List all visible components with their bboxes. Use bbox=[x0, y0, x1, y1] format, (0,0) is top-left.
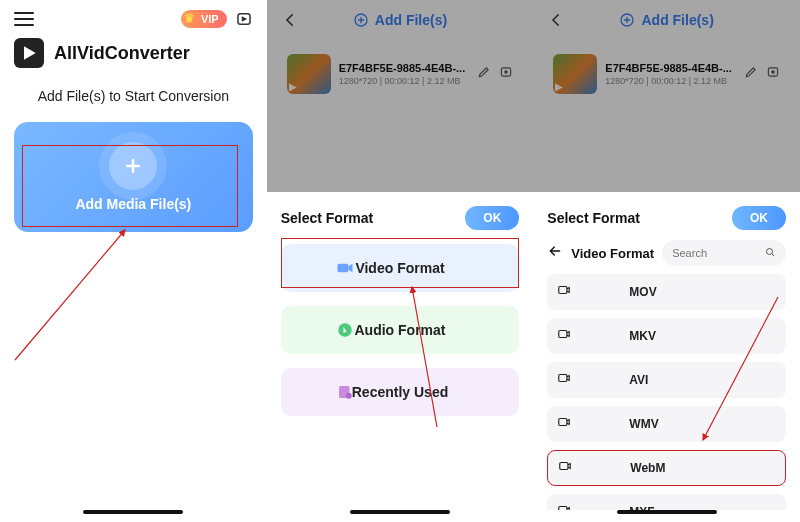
recently-used-option[interactable]: Recently Used bbox=[281, 368, 520, 416]
file-thumbnail: ▶ bbox=[287, 54, 331, 94]
sheet-header: Select Format OK bbox=[281, 206, 520, 230]
sheet-header: Select Format OK bbox=[547, 206, 786, 230]
file-meta: 1280*720 | 00:00:12 | 2.12 MB bbox=[605, 76, 736, 86]
format-row-webm[interactable]: WebM bbox=[547, 450, 786, 486]
svg-point-4 bbox=[505, 71, 507, 73]
backdrop-content: Add File(s) ▶ E7F4BF5E-9885-4E4B-... 128… bbox=[267, 0, 534, 100]
search-field[interactable] bbox=[662, 240, 786, 266]
top-bar: Add File(s) bbox=[267, 0, 534, 40]
menu-button[interactable] bbox=[14, 12, 34, 26]
queue-icon[interactable] bbox=[235, 10, 253, 28]
video-format-heading: Video Format bbox=[571, 246, 654, 261]
file-name: E7F4BF5E-9885-4E4B-... bbox=[605, 62, 736, 74]
backdrop-content: Add File(s) ▶ E7F4BF5E-9885-4E4B-... 128… bbox=[533, 0, 800, 100]
audio-icon bbox=[335, 320, 355, 340]
vip-badge[interactable]: ♛ VIP bbox=[181, 10, 227, 28]
plus-icon bbox=[109, 142, 157, 190]
video-icon bbox=[335, 258, 355, 278]
format-sheet: Select Format OK Video Format MOV MKV AV… bbox=[533, 192, 800, 522]
add-media-card[interactable]: Add Media File(s) bbox=[14, 122, 253, 232]
svg-rect-14 bbox=[559, 287, 567, 294]
file-card[interactable]: ▶ E7F4BF5E-9885-4E4B-... 1280*720 | 00:0… bbox=[281, 48, 520, 100]
svg-rect-16 bbox=[559, 375, 567, 382]
search-input[interactable] bbox=[672, 247, 760, 259]
file-thumbnail: ▶ bbox=[553, 54, 597, 94]
brand-name: AllVidConverter bbox=[54, 43, 190, 64]
format-row-mkv[interactable]: MKV bbox=[547, 318, 786, 354]
sheet-title: Select Format bbox=[281, 210, 374, 226]
format-name: AVI bbox=[629, 373, 648, 387]
ok-button[interactable]: OK bbox=[732, 206, 786, 230]
back-button[interactable] bbox=[547, 11, 565, 33]
plus-circle-icon bbox=[619, 12, 635, 28]
file-meta: 1280*720 | 00:00:12 | 2.12 MB bbox=[339, 76, 470, 86]
format-sheet: Select Format OK Video Format Audio Form… bbox=[267, 192, 534, 522]
file-info: E7F4BF5E-9885-4E4B-... 1280*720 | 00:00:… bbox=[339, 62, 470, 86]
svg-rect-17 bbox=[559, 419, 567, 426]
format-name: WMV bbox=[629, 417, 658, 431]
settings-icon[interactable] bbox=[499, 65, 513, 83]
recently-used-label: Recently Used bbox=[352, 384, 448, 400]
page-subtitle: Add File(s) to Start Conversion bbox=[0, 78, 267, 122]
format-row-avi[interactable]: AVI bbox=[547, 362, 786, 398]
svg-point-13 bbox=[766, 249, 772, 255]
video-file-icon bbox=[557, 371, 573, 389]
format-name: MOV bbox=[629, 285, 656, 299]
video-file-icon bbox=[557, 503, 573, 510]
app-logo bbox=[14, 38, 44, 68]
edit-icon[interactable] bbox=[744, 65, 758, 83]
format-name: WebM bbox=[630, 461, 665, 475]
format-list[interactable]: MOV MKV AVI WMV WebM MXF bbox=[547, 274, 786, 510]
search-icon bbox=[764, 246, 776, 260]
add-media-label: Add Media File(s) bbox=[75, 196, 191, 212]
home-indicator bbox=[83, 510, 183, 514]
format-row-mov[interactable]: MOV bbox=[547, 274, 786, 310]
home-indicator bbox=[350, 510, 450, 514]
audio-format-label: Audio Format bbox=[354, 322, 445, 338]
ok-button[interactable]: OK bbox=[465, 206, 519, 230]
svg-point-12 bbox=[772, 71, 774, 73]
settings-icon[interactable] bbox=[766, 65, 780, 83]
annotation-arrow bbox=[10, 225, 160, 365]
play-icon: ▶ bbox=[289, 81, 297, 92]
svg-point-9 bbox=[345, 393, 351, 399]
home-indicator bbox=[617, 510, 717, 514]
crown-icon: ♛ bbox=[184, 11, 195, 25]
svg-line-1 bbox=[15, 230, 125, 360]
file-info: E7F4BF5E-9885-4E4B-... 1280*720 | 00:00:… bbox=[605, 62, 736, 86]
video-format-label: Video Format bbox=[355, 260, 444, 276]
file-name: E7F4BF5E-9885-4E4B-... bbox=[339, 62, 470, 74]
file-actions bbox=[477, 65, 513, 83]
add-files-label: Add File(s) bbox=[375, 12, 447, 28]
video-file-icon bbox=[557, 283, 573, 301]
format-row-mxf[interactable]: MXF bbox=[547, 494, 786, 510]
audio-format-option[interactable]: Audio Format bbox=[281, 306, 520, 354]
top-bar: ♛ VIP bbox=[0, 0, 267, 34]
sheet-subheader: Video Format bbox=[547, 240, 786, 266]
file-actions bbox=[744, 65, 780, 83]
brand-row: AllVidConverter bbox=[0, 34, 267, 78]
vip-label: VIP bbox=[201, 13, 219, 25]
edit-icon[interactable] bbox=[477, 65, 491, 83]
svg-rect-19 bbox=[559, 507, 567, 511]
back-button[interactable] bbox=[281, 11, 299, 33]
play-icon: ▶ bbox=[555, 81, 563, 92]
top-bar-right: ♛ VIP bbox=[181, 10, 253, 28]
back-arrow-icon[interactable] bbox=[547, 243, 563, 263]
recent-icon bbox=[335, 382, 355, 402]
sheet-title: Select Format bbox=[547, 210, 640, 226]
screen-select-format: Add File(s) ▶ E7F4BF5E-9885-4E4B-... 128… bbox=[267, 0, 534, 522]
add-files-button[interactable]: Add File(s) bbox=[619, 12, 713, 28]
screen-home: ♛ VIP AllVidConverter Add File(s) to Sta… bbox=[0, 0, 267, 522]
svg-rect-15 bbox=[559, 331, 567, 338]
file-card[interactable]: ▶ E7F4BF5E-9885-4E4B-... 1280*720 | 00:0… bbox=[547, 48, 786, 100]
screen-video-format-list: Add File(s) ▶ E7F4BF5E-9885-4E4B-... 128… bbox=[533, 0, 800, 522]
video-file-icon bbox=[558, 459, 574, 477]
svg-rect-5 bbox=[337, 264, 348, 272]
top-bar: Add File(s) bbox=[533, 0, 800, 40]
format-name: MKV bbox=[629, 329, 656, 343]
add-files-button[interactable]: Add File(s) bbox=[353, 12, 447, 28]
format-row-wmv[interactable]: WMV bbox=[547, 406, 786, 442]
video-format-option[interactable]: Video Format bbox=[281, 244, 520, 292]
svg-rect-18 bbox=[560, 463, 568, 470]
